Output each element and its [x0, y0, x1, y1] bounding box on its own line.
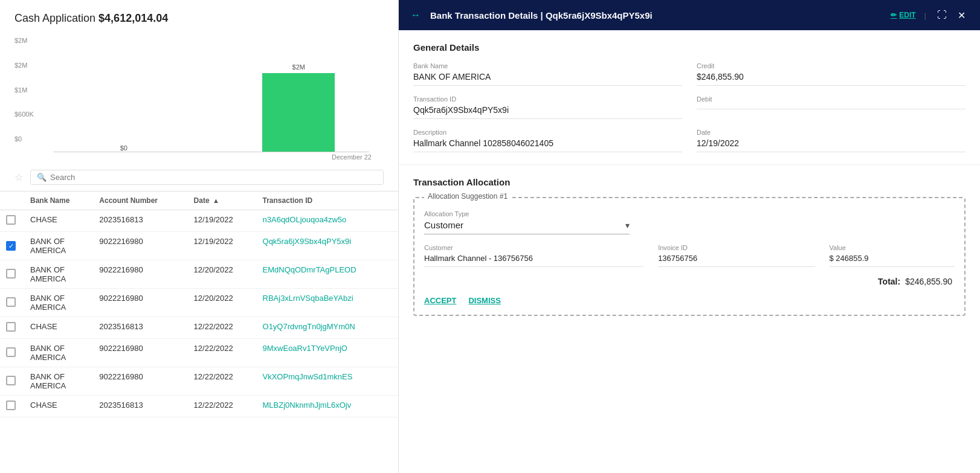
transaction-id-link[interactable]: n3A6qdOLjouqoa4zw5o: [263, 215, 347, 224]
col-date[interactable]: Date ▲: [188, 191, 257, 210]
row-checkbox-cell: [0, 210, 24, 232]
transaction-id-link[interactable]: 9MxwEoaRv1TYeVPnjO: [263, 344, 347, 353]
transaction-id-link[interactable]: VkXOPmqJnwSd1mknES: [263, 372, 353, 381]
row-account-number: 2023516813: [93, 210, 187, 232]
row-date: 12/19/2022: [188, 210, 257, 232]
invoice-id-label: Invoice ID: [658, 244, 814, 251]
col-checkbox: [0, 191, 24, 210]
close-button[interactable]: ✕: [955, 10, 968, 21]
row-transaction-id: n3A6qdOLjouqoa4zw5o: [257, 210, 398, 232]
table-row: BANK OF AMERICA902221698012/20/2022RBAj3…: [0, 289, 398, 317]
transaction-id-link[interactable]: Qqk5ra6jX9Sbx4qPY5x9i: [263, 237, 352, 246]
row-checkbox[interactable]: [6, 347, 16, 357]
row-checkbox-cell: [0, 367, 24, 396]
row-checkbox[interactable]: [6, 376, 16, 385]
tx-id-field: Transaction ID Qqk5ra6jX9Sbx4qPY5x9i: [413, 95, 682, 119]
edit-button[interactable]: ✏ EDIT: [891, 11, 915, 19]
col-bank-name[interactable]: Bank Name: [24, 191, 93, 210]
table-row: CHASE202351681312/22/2022O1yQ7rdvngTn0jg…: [0, 317, 398, 339]
sort-icon: ▲: [213, 197, 219, 204]
description-label: Description: [413, 129, 682, 136]
row-checkbox-cell: [0, 289, 24, 317]
alloc-title: Transaction Allocation: [413, 177, 965, 187]
tx-id-value: Qqk5ra6jX9Sbx4qPY5x9i: [413, 105, 682, 119]
transaction-id-link[interactable]: O1yQ7rdvngTn0jgMYm0N: [263, 322, 355, 331]
customer-label: Customer: [424, 244, 643, 251]
row-checkbox[interactable]: [6, 215, 16, 225]
row-checkbox[interactable]: [6, 401, 16, 410]
search-bar: ☆ 🔍: [0, 164, 398, 191]
row-account-number: 2023516813: [93, 396, 187, 417]
row-bank-name: CHASE: [24, 317, 93, 339]
alloc-type-value: Customer: [424, 220, 463, 230]
date-label: Date: [697, 129, 965, 136]
dismiss-button[interactable]: DISMISS: [468, 296, 500, 305]
table-row: CHASE202351681312/22/2022MLBZj0NknmhJjmL…: [0, 396, 398, 417]
credit-value: $246,855.90: [697, 72, 965, 86]
alloc-type-select[interactable]: Customer ▾: [424, 220, 630, 234]
general-details-title: General Details: [413, 42, 965, 53]
row-transaction-id: EMdNQqODmrTAgPLEOD: [257, 260, 398, 289]
row-date: 12/20/2022: [188, 260, 257, 289]
total-value: $246,855.90: [905, 277, 952, 286]
tx-id-label: Transaction ID: [413, 95, 682, 103]
transaction-id-link[interactable]: EMdNQqODmrTAgPLEOD: [263, 265, 356, 274]
row-date: 12/20/2022: [188, 289, 257, 317]
detail-grid: Bank Name BANK OF AMERICA Credit $246,85…: [413, 62, 965, 152]
suggestion-box: Allocation Suggestion #1 Allocation Type…: [413, 197, 965, 316]
value-field: Value $ 246855.9: [830, 244, 955, 267]
chart-bar-left: $0: [39, 46, 209, 152]
row-transaction-id: MLBZj0NknmhJjmL6xOjv: [257, 396, 398, 417]
chart-bar-green: [262, 73, 335, 152]
page-title: Cash Application $4,612,014.04: [0, 0, 398, 31]
header-divider: |: [924, 11, 926, 20]
expand-button[interactable]: ⛶: [935, 10, 949, 21]
customer-value: Hallmark Channel - 136756756: [424, 254, 643, 267]
row-checkbox-cell: [0, 260, 24, 289]
row-transaction-id: 9MxwEoaRv1TYeVPnjO: [257, 339, 398, 367]
row-transaction-id: VkXOPmqJnwSd1mknES: [257, 367, 398, 396]
table-row: CHASE202351681312/19/2022n3A6qdOLjouqoa4…: [0, 210, 398, 232]
description-field: Description Hallmark Channel 10285804602…: [413, 129, 682, 152]
row-checkbox[interactable]: ✓: [6, 241, 16, 251]
row-checkbox-cell: [0, 339, 24, 367]
row-transaction-id: RBAj3xLrnVSqbaBeYAbzi: [257, 289, 398, 317]
row-bank-name: CHASE: [24, 210, 93, 232]
star-icon[interactable]: ☆: [15, 172, 23, 183]
accept-button[interactable]: ACCEPT: [424, 296, 456, 305]
transfer-icon: ↔: [411, 10, 421, 21]
row-account-number: 9022216980: [93, 289, 187, 317]
date-value: 12/19/2022: [697, 138, 965, 152]
debit-label: Debit: [697, 95, 965, 103]
col-transaction-id[interactable]: Transaction ID: [257, 191, 398, 210]
right-header: ↔ Bank Transaction Details | Qqk5ra6jX9S…: [399, 0, 980, 30]
col-account-number[interactable]: Account Number: [93, 191, 187, 210]
row-checkbox-cell: [0, 317, 24, 339]
row-checkbox[interactable]: [6, 322, 16, 332]
panel-title: Bank Transaction Details | Qqk5ra6jX9Sbx…: [430, 10, 885, 21]
search-input[interactable]: [50, 173, 377, 182]
alloc-type-row: Allocation Type Customer ▾: [424, 210, 955, 234]
transaction-id-link[interactable]: RBAj3xLrnVSqbaBeYAbzi: [263, 294, 353, 303]
bar-zero-label: $0: [39, 144, 209, 152]
row-bank-name: BANK OF AMERICA: [24, 232, 93, 260]
row-bank-name: BANK OF AMERICA: [24, 339, 93, 367]
row-bank-name: BANK OF AMERICA: [24, 260, 93, 289]
edit-icon: ✏: [891, 11, 897, 19]
row-date: 12/19/2022: [188, 232, 257, 260]
table-row: BANK OF AMERICA902221698012/22/20229MxwE…: [0, 339, 398, 367]
row-checkbox[interactable]: [6, 297, 16, 307]
row-date: 12/22/2022: [188, 339, 257, 367]
action-row: ACCEPT DISMISS: [424, 296, 955, 305]
transaction-id-link[interactable]: MLBZj0NknmhJjmL6xOjv: [263, 401, 352, 410]
transaction-allocation-section: Transaction Allocation Allocation Sugges…: [399, 165, 980, 328]
invoice-id-field: Invoice ID 136756756: [658, 244, 814, 267]
bank-name-label: Bank Name: [413, 62, 682, 69]
chart-bar-right: $2M: [214, 46, 384, 152]
row-checkbox[interactable]: [6, 269, 16, 278]
invoice-id-value: 136756756: [658, 254, 814, 267]
row-account-number: 9022216980: [93, 339, 187, 367]
row-date: 12/22/2022: [188, 317, 257, 339]
dropdown-arrow-icon: ▾: [625, 220, 630, 230]
debit-field: Debit: [697, 95, 965, 119]
